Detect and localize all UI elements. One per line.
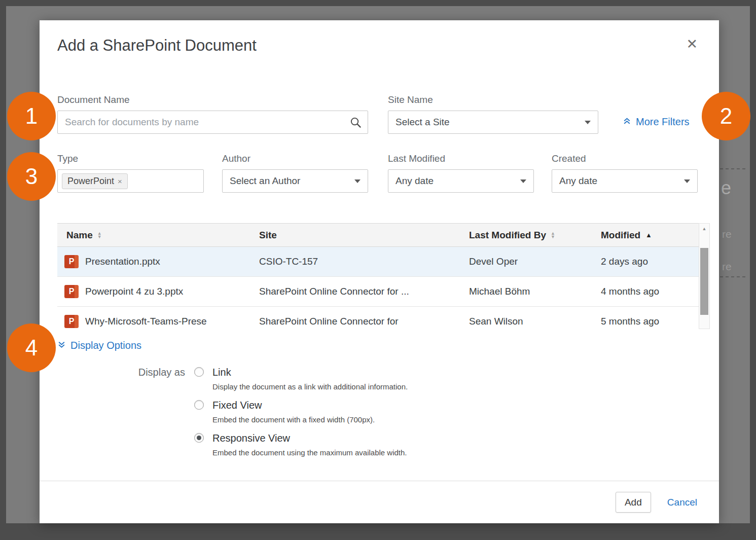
powerpoint-icon: P xyxy=(64,255,79,268)
created-select[interactable]: Any date xyxy=(552,169,698,193)
sort-ascending-icon: ▲ xyxy=(645,231,652,239)
author-select-value: Select an Author xyxy=(230,175,300,187)
document-name: Presentation.pptx xyxy=(85,256,160,267)
modal-backdrop: e re re Add a SharePoint Document ✕ Docu… xyxy=(6,6,750,523)
document-modified: 4 months ago xyxy=(601,277,699,306)
site-name-group: Site Name Select a Site xyxy=(388,94,598,134)
last-modified-select-value: Any date xyxy=(395,175,434,187)
annotation-badge-3: 3 xyxy=(7,152,56,201)
column-header-site[interactable]: Site xyxy=(259,224,469,246)
display-options-toggle[interactable]: Display Options xyxy=(57,340,701,351)
double-chevron-down-icon xyxy=(57,340,66,351)
document-results-table: Name ▲▼ Site Last Modified By ▲▼ Modifie… xyxy=(57,223,710,329)
created-select-value: Any date xyxy=(559,175,597,187)
table-row[interactable]: P Powerpoint 4 zu 3.pptx SharePoint Onli… xyxy=(57,277,699,307)
sort-both-icon: ▲▼ xyxy=(97,232,102,239)
table-scrollbar[interactable]: ▲ xyxy=(699,223,710,329)
filter-row-secondary: Type PowerPoint × Author Select an Autho… xyxy=(57,153,701,204)
search-icon xyxy=(350,117,362,130)
document-name-label: Document Name xyxy=(57,94,368,105)
radio-description: Embed the document with a fixed width (7… xyxy=(212,415,375,424)
radio-label[interactable]: Fixed View xyxy=(212,399,375,411)
background-text-fragment: re xyxy=(722,261,732,273)
type-filter-input[interactable]: PowerPoint × xyxy=(57,169,204,193)
remove-tag-icon[interactable]: × xyxy=(118,177,122,186)
radio-button[interactable] xyxy=(194,400,204,410)
radio-label[interactable]: Link xyxy=(212,366,408,378)
radio-option-responsive-view: Responsive View Embed the document using… xyxy=(194,432,408,457)
powerpoint-icon: P xyxy=(64,285,79,298)
display-options-label: Display Options xyxy=(70,340,141,351)
annotation-badge-2: 2 xyxy=(702,92,750,140)
background-text-fragment: e xyxy=(721,177,731,199)
document-last-modified-by: Sean Wilson xyxy=(469,307,601,329)
created-label: Created xyxy=(552,153,698,164)
display-options-section: Display Options Display as Link Display … xyxy=(57,340,701,457)
chevron-down-icon xyxy=(684,179,690,183)
table-row[interactable]: P Why-Microsoft-Teams-Prese SharePoint O… xyxy=(57,307,699,329)
dialog-title: Add a SharePoint Document xyxy=(57,37,257,55)
document-name: Why-Microsoft-Teams-Prese xyxy=(85,316,207,327)
last-modified-select[interactable]: Any date xyxy=(388,169,534,193)
annotation-badge-1: 1 xyxy=(7,92,56,140)
document-modified: 2 days ago xyxy=(601,247,699,276)
sort-both-icon: ▲▼ xyxy=(551,232,555,239)
chevron-down-icon xyxy=(585,121,591,124)
document-name-group: Document Name xyxy=(57,94,368,134)
document-site: SharePoint Online Connector for xyxy=(259,307,469,329)
site-name-label: Site Name xyxy=(388,94,598,105)
radio-description: Display the document as a link with addi… xyxy=(212,382,408,391)
column-header-modified[interactable]: Modified ▲ xyxy=(601,224,699,246)
site-select-value: Select a Site xyxy=(395,117,450,128)
type-filter-group: Type PowerPoint × xyxy=(57,153,204,193)
radio-button-selected[interactable] xyxy=(194,433,204,443)
scroll-up-icon[interactable]: ▲ xyxy=(699,224,709,234)
more-filters-link[interactable]: More Filters xyxy=(623,116,690,128)
column-header-last-modified-by[interactable]: Last Modified By ▲▼ xyxy=(469,224,601,246)
background-text-fragment: re xyxy=(722,228,732,240)
column-header-name[interactable]: Name ▲▼ xyxy=(57,224,259,246)
document-modified: 5 months ago xyxy=(601,307,699,329)
type-tag-powerpoint: PowerPoint × xyxy=(62,173,128,189)
radio-label[interactable]: Responsive View xyxy=(212,432,407,444)
author-label: Author xyxy=(222,153,368,164)
type-label: Type xyxy=(57,153,204,164)
document-last-modified-by: Devel Oper xyxy=(469,247,601,276)
document-site: SharePoint Online Connector for ... xyxy=(259,277,469,306)
background-dashed-line xyxy=(720,276,745,277)
radio-option-link: Link Display the document as a link with… xyxy=(194,366,408,391)
radio-button[interactable] xyxy=(194,367,204,377)
scrollbar-thumb[interactable] xyxy=(700,248,708,315)
add-sharepoint-document-dialog: Add a SharePoint Document ✕ Document Nam… xyxy=(40,20,719,523)
more-filters-label: More Filters xyxy=(636,116,690,128)
powerpoint-icon: P xyxy=(64,315,79,328)
display-as-radio-group: Link Display the document as a link with… xyxy=(194,366,408,457)
cancel-link[interactable]: Cancel xyxy=(667,497,697,508)
background-dashed-line xyxy=(720,168,745,169)
annotation-badge-4: 4 xyxy=(7,323,56,372)
display-as-label: Display as xyxy=(57,366,185,457)
chevron-down-icon xyxy=(354,179,361,183)
site-select[interactable]: Select a Site xyxy=(388,111,598,134)
radio-option-fixed-view: Fixed View Embed the document with a fix… xyxy=(194,399,408,424)
add-button[interactable]: Add xyxy=(616,492,651,513)
chevron-down-icon xyxy=(520,179,526,183)
radio-description: Embed the document using the maximum ava… xyxy=(212,448,407,457)
double-chevron-up-icon xyxy=(623,116,631,128)
table-row[interactable]: P Presentation.pptx CSIO-TC-157 Devel Op… xyxy=(57,247,699,277)
filter-row-primary: Document Name Site Name Select a Site xyxy=(57,94,701,150)
dialog-footer: Add Cancel xyxy=(40,481,719,523)
document-search-input[interactable] xyxy=(57,111,368,134)
last-modified-filter-group: Last Modified Any date xyxy=(388,153,534,193)
type-tag-label: PowerPoint xyxy=(67,176,114,187)
close-icon[interactable]: ✕ xyxy=(686,38,698,51)
document-site: CSIO-TC-157 xyxy=(259,247,469,276)
created-filter-group: Created Any date xyxy=(552,153,698,193)
author-filter-group: Author Select an Author xyxy=(222,153,368,193)
author-select[interactable]: Select an Author xyxy=(222,169,368,193)
last-modified-label: Last Modified xyxy=(388,153,534,164)
document-last-modified-by: Michael Böhm xyxy=(469,277,601,306)
document-name: Powerpoint 4 zu 3.pptx xyxy=(85,286,183,297)
table-header-row: Name ▲▼ Site Last Modified By ▲▼ Modifie… xyxy=(57,223,699,247)
